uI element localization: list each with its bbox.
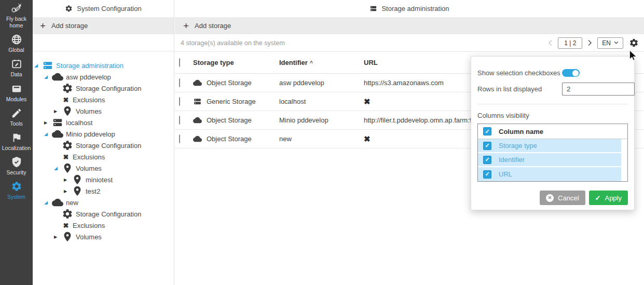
toggle-knob <box>572 70 579 76</box>
tree-item-miniotest[interactable]: ▶ miniotest <box>33 174 174 185</box>
gear-icon <box>62 208 73 220</box>
select-all-checkbox[interactable] <box>179 58 180 67</box>
column-visibility-row-url[interactable]: ✓ URL <box>478 167 627 181</box>
add-storage-button-tree[interactable]: + Add storage <box>33 17 174 34</box>
column-visibility-row-storage-type[interactable]: ✓ Storage type <box>478 139 627 153</box>
next-page-button[interactable] <box>587 39 593 46</box>
calendar-icon <box>11 58 22 70</box>
sidebar-item-modules[interactable]: Modules <box>0 80 33 105</box>
column-name-header: Column name <box>499 128 543 135</box>
tree-item-label: Exclusions <box>73 153 105 161</box>
sidebar-item-global[interactable]: Global <box>0 31 33 56</box>
sidebar-item-fly-back-home[interactable]: Fly back home <box>0 0 33 31</box>
box-icon <box>11 83 22 94</box>
page-indicator[interactable]: 1 | 2 <box>558 37 582 49</box>
tree-toolbar <box>33 34 174 51</box>
sidebar-item-data[interactable]: Data <box>0 56 33 80</box>
tree-item-label: Exclusions <box>73 222 105 229</box>
add-storage-label: Add storage <box>51 22 88 30</box>
table-settings-button[interactable] <box>629 38 639 48</box>
language-dropdown[interactable]: EN <box>597 37 623 49</box>
prev-page-button[interactable] <box>547 39 553 46</box>
server-icon <box>42 60 53 71</box>
column-checkbox[interactable]: ✓ <box>483 142 491 150</box>
rows-displayed-row: Rows in list displayed <box>477 83 628 96</box>
tree-item-storage-administration[interactable]: ◢ Storage administration <box>33 60 174 71</box>
tree-item-exclusions[interactable]: ✖ Exclusions <box>33 94 174 105</box>
row-checkbox[interactable] <box>179 97 180 106</box>
expander-icon[interactable]: ◢ <box>34 63 42 68</box>
column-name-label: URL <box>499 170 512 178</box>
globe-icon <box>11 34 22 45</box>
sidebar-item-label: Fly back home <box>1 16 32 29</box>
sidebar-item-system[interactable]: System <box>0 178 33 202</box>
storage-type-cell: Generic Storage <box>207 98 256 105</box>
tree-item-storage-configuration[interactable]: Storage Configuration <box>33 208 174 220</box>
identifier-cell: localhost <box>279 98 364 105</box>
expander-icon[interactable]: ▶ <box>44 120 52 125</box>
sidebar-item-tools[interactable]: Tools <box>0 105 33 129</box>
sidebar-item-localization[interactable]: Localization <box>0 129 33 154</box>
column-visibility-row-identifier[interactable]: ✓ Identifier <box>478 153 627 167</box>
expander-icon[interactable]: ◢ <box>54 166 62 171</box>
popup-buttons: ✕ Cancel ✓ Apply <box>477 191 628 205</box>
expander-icon[interactable]: ◢ <box>44 74 52 79</box>
tree-item-test2[interactable]: ▶ test2 <box>33 185 174 197</box>
bee-icon <box>11 3 22 14</box>
tree-item-volumes[interactable]: ◢ Volumes <box>33 162 174 174</box>
cloud-icon <box>193 78 202 87</box>
tree-item-storage-configuration[interactable]: Storage Configuration <box>33 140 174 151</box>
tree-panel-header: System Configuration <box>33 0 174 17</box>
add-storage-label: Add storage <box>195 22 231 30</box>
pagination: 1 | 2 EN <box>547 37 639 49</box>
tree-item-exclusions[interactable]: ✖ Exclusions <box>33 151 174 162</box>
chevron-down-icon <box>614 41 619 45</box>
column-header-storage-type[interactable]: Storage type <box>193 59 279 66</box>
expander-icon[interactable]: ▶ <box>54 109 62 114</box>
tree-item-volumes[interactable]: ▶ Volumes <box>33 105 174 117</box>
columns-visibility-table: ✓ Column name ✓ Storage type ✓ Identifie… <box>477 124 628 182</box>
server-icon <box>52 117 63 128</box>
column-checkbox[interactable]: ✓ <box>483 170 491 179</box>
expander-icon[interactable]: ▶ <box>64 189 72 194</box>
server-icon <box>193 97 202 106</box>
expander-icon[interactable]: ▶ <box>64 178 72 182</box>
sort-asc-icon: ^ <box>310 60 313 66</box>
popup-divider <box>477 104 628 104</box>
tree-item-storage-configuration[interactable]: Storage Configuration <box>33 83 174 94</box>
system-config-panel: System Configuration + Add storage ◢ Sto… <box>33 0 174 285</box>
expander-icon[interactable]: ▶ <box>54 235 62 239</box>
tree-item-new[interactable]: ◢ new <box>33 197 174 208</box>
tree-item-label: Volumes <box>76 107 102 115</box>
tree-item-exclusions[interactable]: ✖ Exclusions <box>33 220 174 231</box>
identifier-cell: asw pddevelop <box>279 79 364 87</box>
column-header-identifier[interactable]: Identifier^ <box>279 59 364 66</box>
expander-icon[interactable]: ◢ <box>44 131 52 137</box>
language-value: EN <box>602 39 611 47</box>
cancel-button[interactable]: ✕ Cancel <box>540 191 585 205</box>
tree-item-localhost[interactable]: ▶ localhost <box>33 117 174 128</box>
tree-item-label: Storage Configuration <box>76 210 141 218</box>
expander-icon[interactable]: ◢ <box>44 200 52 205</box>
apply-button[interactable]: ✓ Apply <box>589 191 628 205</box>
cloud-icon <box>193 134 202 143</box>
tree-item-volumes[interactable]: ▶ Volumes <box>33 231 174 242</box>
row-checkbox[interactable] <box>179 134 180 143</box>
tree-item-label: localhost <box>66 119 92 127</box>
column-checkbox[interactable]: ✓ <box>483 156 491 164</box>
tree-item-minio-pddevelop[interactable]: ◢ Minio pddevelop <box>33 128 174 140</box>
columns-table-header: ✓ Column name <box>478 124 627 139</box>
plus-icon: + <box>183 21 189 31</box>
show-checkboxes-toggle[interactable] <box>562 69 580 77</box>
row-checkbox[interactable] <box>179 116 180 125</box>
sidebar-item-label: Localization <box>2 145 31 152</box>
tree-item-asw-pddevelop[interactable]: ◢ asw pddevelop <box>33 71 174 83</box>
add-storage-button-main[interactable]: + Add storage <box>175 17 644 34</box>
select-all-columns-checkbox[interactable]: ✓ <box>483 127 491 135</box>
plus-icon: + <box>40 21 46 31</box>
row-checkbox[interactable] <box>179 78 180 87</box>
sidebar-item-security[interactable]: Security <box>0 154 33 178</box>
show-checkboxes-label: Show selection checkboxes <box>477 69 562 77</box>
rows-displayed-input[interactable] <box>562 83 635 96</box>
server-icon <box>369 5 377 12</box>
